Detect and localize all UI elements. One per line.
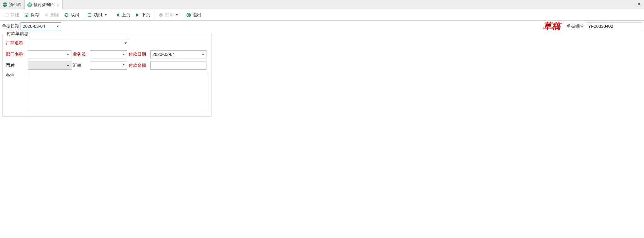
function-button[interactable]: 功能: [85, 11, 109, 19]
rate-field[interactable]: [92, 62, 125, 69]
paydate-combo[interactable]: 2020-03-04: [150, 50, 206, 58]
triangle-left-icon: [115, 12, 120, 18]
remark-textarea[interactable]: [28, 73, 208, 110]
prev-page-button[interactable]: 上页: [113, 11, 132, 19]
currency-label: 币种: [6, 63, 28, 68]
new-button[interactable]: 新建: [2, 11, 21, 19]
close-icon[interactable]: ×: [57, 2, 59, 7]
toolbar-label: 退出: [193, 12, 201, 18]
amount-input[interactable]: [150, 62, 206, 70]
print-icon: [158, 12, 164, 18]
dept-label: 部门名称: [6, 52, 28, 57]
toolbar-separator: [83, 12, 83, 18]
svg-rect-5: [160, 13, 162, 14]
tab-prepay[interactable]: 预付款: [0, 0, 25, 9]
svg-rect-2: [5, 13, 8, 17]
toolbar-label: 新建: [11, 12, 19, 18]
next-page-button[interactable]: 下页: [133, 11, 152, 19]
app-close-button[interactable]: ×: [637, 1, 641, 8]
chevron-down-icon: [202, 54, 204, 55]
tab-label: 预付款编辑: [34, 2, 54, 7]
chevron-down-icon: [123, 54, 125, 55]
doc-no-label: 单据编号: [567, 23, 584, 29]
row-currency: 币种 汇率 付款金额: [6, 62, 208, 70]
toolbar-label: 下页: [142, 12, 150, 18]
delete-button[interactable]: 删除: [42, 11, 61, 19]
chevron-down-icon: [67, 54, 69, 55]
toolbar-label: 保存: [31, 12, 39, 18]
toolbar-separator: [111, 12, 111, 18]
toolbar-separator: [154, 12, 154, 18]
dept-combo[interactable]: [28, 50, 71, 58]
svg-rect-3: [26, 15, 27, 17]
list-icon: [87, 12, 93, 18]
print-button[interactable]: 打印: [156, 11, 180, 19]
chevron-down-icon: [56, 26, 59, 27]
doc-date-label: 单据日期: [2, 23, 19, 29]
fieldset-legend: 付款单信息: [5, 31, 30, 37]
toolbar-label: 上页: [122, 12, 130, 18]
chevron-down-icon: [67, 65, 69, 67]
cancel-button[interactable]: 取消: [62, 11, 81, 19]
payment-info-fieldset: 付款单信息 厂商名称 部门名称 业务员 付款日期 2020-03-04 币种: [2, 34, 211, 117]
toolbar-label: 功能: [94, 12, 103, 18]
tab-strip: 预付款 预付款编辑 × ×: [0, 0, 644, 9]
save-icon: [24, 12, 29, 18]
salesman-label: 业务员: [73, 52, 90, 57]
salesman-combo[interactable]: [90, 50, 127, 58]
status-stamp: 草稿: [543, 20, 567, 32]
save-button[interactable]: 保存: [22, 11, 41, 19]
paydate-label: 付款日期: [128, 52, 150, 57]
exit-button[interactable]: 退出: [184, 11, 203, 19]
triangle-right-icon: [135, 12, 140, 18]
chevron-down-icon: [104, 14, 107, 16]
rate-label: 汇率: [73, 63, 90, 68]
globe-icon: [2, 2, 7, 7]
globe-icon: [27, 2, 32, 7]
chevron-down-icon: [124, 42, 127, 44]
toolbar-separator: [182, 12, 182, 18]
vendor-label: 厂商名称: [6, 40, 28, 46]
toolbar: 新建 保存 删除 取消 功能 上页 下页: [0, 9, 644, 21]
row-dept: 部门名称 业务员 付款日期 2020-03-04: [6, 50, 208, 58]
exit-icon: [186, 12, 191, 18]
toolbar-label: 删除: [51, 12, 59, 18]
delete-icon: [44, 12, 49, 18]
refresh-icon: [64, 12, 69, 18]
doc-date-input[interactable]: 2020-03-04: [21, 22, 61, 30]
toolbar-label: 取消: [70, 12, 79, 18]
new-icon: [4, 12, 9, 18]
row-remark: 备注: [6, 73, 208, 110]
row-vendor: 厂商名称: [6, 39, 208, 47]
currency-combo[interactable]: [28, 62, 71, 70]
amount-label: 付款金额: [128, 63, 150, 68]
tab-prepay-edit[interactable]: 预付款编辑 ×: [25, 0, 63, 9]
paydate-value: 2020-03-04: [153, 52, 175, 57]
remark-label: 备注: [6, 73, 28, 78]
doc-date-value: 2020-03-04: [23, 24, 45, 29]
header-line: 单据日期 2020-03-04 草稿 单据编号: [0, 21, 644, 32]
toolbar-label: 打印: [165, 12, 174, 18]
tab-label: 预付款: [9, 2, 21, 7]
doc-no-input[interactable]: [586, 22, 642, 30]
amount-field[interactable]: [153, 62, 204, 69]
vendor-combo[interactable]: [28, 39, 129, 47]
chevron-down-icon: [176, 14, 178, 16]
rate-input[interactable]: [90, 62, 127, 70]
